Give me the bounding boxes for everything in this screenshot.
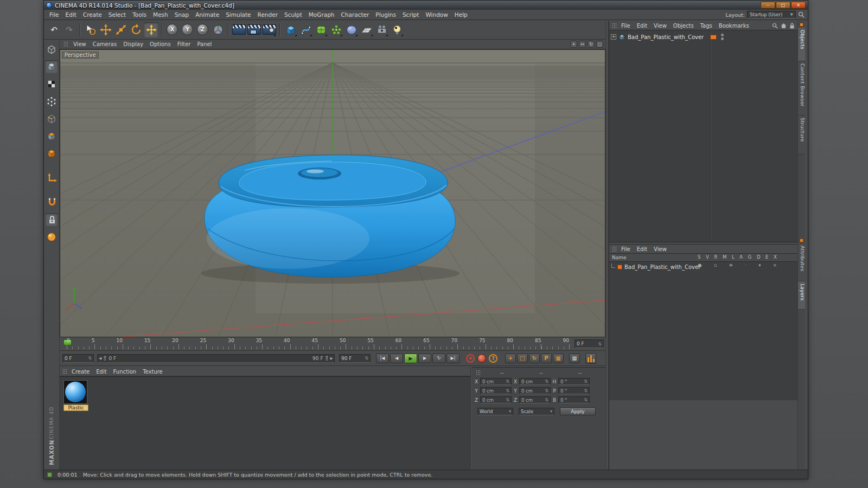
- goto-start-button[interactable]: |◀: [376, 354, 389, 363]
- rotation-field[interactable]: 0 °⇅: [558, 396, 590, 403]
- world-mode-select[interactable]: World▾: [477, 408, 513, 415]
- spinner-icon[interactable]: ⇅: [506, 388, 509, 393]
- material-item[interactable]: Plastic: [63, 380, 88, 411]
- layer-column-header[interactable]: G: [748, 254, 752, 260]
- rotate-tool-button[interactable]: [129, 22, 143, 37]
- menu-item[interactable]: Simulate: [222, 10, 254, 19]
- spinner-icon[interactable]: ⇅: [584, 388, 588, 393]
- grip-icon[interactable]: [612, 23, 616, 29]
- autokeying-button[interactable]: [477, 354, 486, 363]
- position-field[interactable]: 0 cm⇅: [480, 387, 512, 394]
- frame-range-slider[interactable]: ◀ 0 F 90 F ▶: [97, 354, 335, 363]
- layer-column-header[interactable]: R: [714, 254, 717, 260]
- object-manager-menu-item[interactable]: Bookmarks: [716, 22, 752, 29]
- layer-toggle-icon[interactable]: ●: [698, 262, 701, 268]
- last-tool-button[interactable]: [144, 22, 158, 37]
- menu-item[interactable]: Script: [399, 10, 422, 19]
- keyframe-selection-button[interactable]: ▦: [569, 354, 580, 363]
- keyframe-toggle-button[interactable]: ▦: [553, 354, 564, 363]
- add-cube-button[interactable]: [283, 22, 298, 37]
- layer-column-header[interactable]: D: [757, 254, 761, 260]
- play-sound-button[interactable]: ?: [489, 354, 497, 363]
- range-right-handle[interactable]: [325, 355, 329, 362]
- menu-item[interactable]: File: [46, 10, 62, 19]
- add-spline-button[interactable]: [298, 22, 313, 37]
- redo-button[interactable]: ↷: [62, 22, 76, 37]
- tab-structure[interactable]: Structure: [798, 115, 805, 155]
- layer-column-header[interactable]: E: [765, 254, 768, 260]
- layer-column-header[interactable]: A: [739, 254, 743, 260]
- viewport-menu-item[interactable]: Panel: [194, 41, 215, 48]
- size-field[interactable]: 0 cm⇅: [519, 396, 551, 403]
- tab-objects[interactable]: Objects: [798, 28, 805, 61]
- menu-item[interactable]: Edit: [62, 10, 80, 19]
- layer-manager-menu-item[interactable]: Edit: [634, 246, 650, 253]
- live-selection-button[interactable]: [83, 22, 98, 37]
- maximize-button[interactable]: □: [776, 2, 790, 9]
- menu-item[interactable]: Plugins: [372, 10, 399, 19]
- expander-icon[interactable]: +: [611, 34, 616, 40]
- points-mode-button[interactable]: [45, 95, 58, 108]
- frame-field[interactable]: 0 F ⇅: [575, 339, 604, 348]
- viewport-corner-icon[interactable]: +: [570, 41, 577, 48]
- keyframe-toggle-button[interactable]: □: [517, 354, 528, 363]
- menu-item[interactable]: Help: [451, 10, 471, 19]
- object-manager-menu-item[interactable]: File: [618, 22, 634, 29]
- menu-item[interactable]: Tools: [129, 10, 150, 19]
- material-menu-item[interactable]: Function: [110, 368, 140, 375]
- layer-column-header[interactable]: X: [774, 254, 777, 260]
- add-modeling-object-button[interactable]: [329, 22, 343, 37]
- grip-icon[interactable]: [63, 41, 68, 47]
- next-frame-button[interactable]: ▶: [418, 354, 431, 363]
- layer-column-header[interactable]: V: [706, 254, 709, 260]
- spinner-icon[interactable]: ⇅: [88, 356, 92, 361]
- position-field[interactable]: 0 cm⇅: [480, 378, 512, 385]
- material-menu-item[interactable]: Edit: [93, 368, 110, 375]
- viewport-menu-item[interactable]: Options: [146, 41, 174, 48]
- close-button[interactable]: ×: [791, 2, 806, 9]
- material-menu-item[interactable]: Texture: [139, 368, 166, 375]
- object-manager-menu-item[interactable]: Edit: [634, 22, 650, 29]
- range-left-arrow-icon[interactable]: ◀: [99, 356, 101, 361]
- model-mode-button[interactable]: [45, 60, 58, 73]
- layer-toggle-icon[interactable]: ·: [745, 262, 746, 268]
- texture-mode-button[interactable]: [45, 78, 58, 91]
- spinner-icon[interactable]: ⇅: [545, 388, 548, 393]
- tab-attributes[interactable]: Attributes: [798, 243, 805, 281]
- layer-column-header[interactable]: M: [723, 254, 726, 260]
- spinner-icon[interactable]: ⇅: [506, 379, 509, 384]
- viewport-solo-button[interactable]: [45, 230, 58, 243]
- menu-item[interactable]: Animate: [192, 10, 222, 19]
- viewport-menu-item[interactable]: View: [70, 41, 90, 48]
- viewport-corner-icon[interactable]: ↻: [588, 41, 595, 48]
- menu-item[interactable]: Select: [105, 10, 129, 19]
- rotation-field[interactable]: 0 °⇅: [558, 387, 590, 394]
- layer-toggle-icon[interactable]: ≡: [729, 262, 733, 268]
- spinner-icon[interactable]: ⇅: [584, 379, 588, 384]
- lock-icon[interactable]: [789, 23, 795, 29]
- search-icon[interactable]: [772, 23, 778, 29]
- add-floor-button[interactable]: [359, 22, 374, 37]
- previous-frame-button[interactable]: ◀: [390, 354, 403, 363]
- visibility-toggles[interactable]: [721, 34, 724, 40]
- tab-layers[interactable]: Layers: [798, 281, 805, 310]
- material-menu-item[interactable]: Create: [68, 368, 93, 375]
- grip-icon[interactable]: [62, 369, 67, 375]
- range-right-arrow-icon[interactable]: ▶: [330, 356, 333, 361]
- timeline-options-button[interactable]: [585, 353, 596, 364]
- layer-manager[interactable]: Bad_Pan_Plastic_with_Cover ●▫≡·▾×: [609, 262, 797, 400]
- position-field[interactable]: 0 cm⇅: [480, 396, 512, 403]
- timeline-ruler[interactable]: 051015202530354045505560657075808590 0 F…: [60, 337, 605, 351]
- size-field[interactable]: 0 cm⇅: [519, 378, 551, 385]
- keyframe-toggle-button[interactable]: P: [541, 354, 552, 363]
- texture-tag-icon[interactable]: [710, 35, 717, 40]
- viewport-menu-item[interactable]: Filter: [174, 41, 194, 48]
- size-field[interactable]: 0 cm⇅: [519, 387, 551, 394]
- loop-button[interactable]: ↻: [432, 354, 445, 363]
- range-left-handle[interactable]: [103, 355, 107, 362]
- object-manager-menu-item[interactable]: Tags: [697, 22, 716, 29]
- goto-end-button[interactable]: ▶|: [446, 354, 459, 363]
- enable-axis-button[interactable]: [45, 171, 58, 184]
- material-name[interactable]: Plastic: [63, 404, 88, 411]
- search-icon[interactable]: [798, 11, 805, 18]
